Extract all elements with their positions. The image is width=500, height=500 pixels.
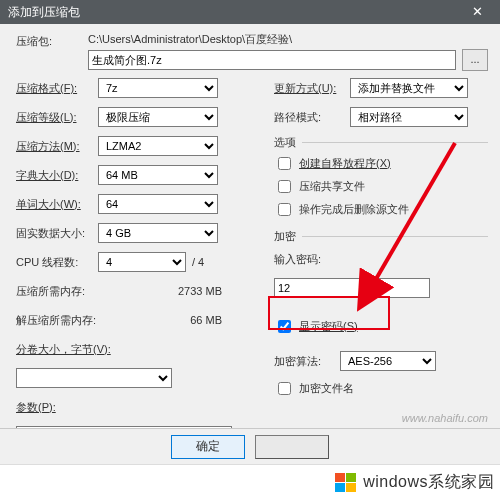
show-password-label: 显示密码(S) [299, 319, 358, 334]
options-header: 选项 [274, 135, 296, 150]
ok-button[interactable]: 确定 [171, 435, 245, 459]
close-icon[interactable]: ✕ [462, 0, 492, 24]
browse-button[interactable]: ... [462, 49, 488, 71]
share-checkbox[interactable] [278, 180, 291, 193]
solid-label: 固实数据大小: [16, 226, 98, 241]
svg-rect-3 [346, 473, 356, 482]
split-select[interactable] [16, 368, 172, 388]
threads-label: CPU 线程数: [16, 255, 98, 270]
pwd-label: 输入密码: [274, 252, 321, 267]
encrypt-names-label: 加密文件名 [299, 381, 354, 396]
word-label: 单词大小(W): [16, 197, 98, 212]
algo-label: 加密算法: [274, 354, 340, 369]
encrypt-header: 加密 [274, 229, 296, 244]
level-select[interactable]: 极限压缩 [98, 107, 218, 127]
dict-label: 字典大小(D): [16, 168, 98, 183]
params-label: 参数(P): [16, 400, 98, 415]
sfx-label: 创建自释放程序(X) [299, 156, 391, 171]
solid-select[interactable]: 4 GB [98, 223, 218, 243]
pathmode-label: 路径模式: [274, 110, 350, 125]
threads-max: / 4 [192, 256, 204, 268]
divider [302, 236, 488, 237]
dict-select[interactable]: 64 MB [98, 165, 218, 185]
window-title: 添加到压缩包 [8, 0, 80, 24]
format-label: 压缩格式(F): [16, 81, 98, 96]
algo-select[interactable]: AES-256 [340, 351, 436, 371]
pathmode-select[interactable]: 相对路径 [350, 107, 468, 127]
level-label: 压缩等级(L): [16, 110, 98, 125]
windows-logo-icon [335, 472, 357, 494]
sfx-checkbox[interactable] [278, 157, 291, 170]
svg-rect-5 [346, 483, 356, 492]
svg-rect-2 [335, 473, 345, 482]
format-select[interactable]: 7z [98, 78, 218, 98]
watermark-text: www.nahaifu.com [402, 412, 488, 424]
delete-checkbox[interactable] [278, 203, 291, 216]
brand-text: windows系统家园 [363, 472, 494, 493]
split-label: 分卷大小，字节(V): [16, 342, 111, 357]
archive-filename-input[interactable] [88, 50, 456, 70]
delete-label: 操作完成后删除源文件 [299, 202, 409, 217]
mem-comp-value: 2733 MB [178, 285, 256, 297]
method-label: 压缩方法(M): [16, 139, 98, 154]
archive-path: C:\Users\Administrator\Desktop\百度经验\ [88, 32, 488, 47]
archive-label: 压缩包: [16, 32, 88, 49]
share-label: 压缩共享文件 [299, 179, 365, 194]
method-select[interactable]: LZMA2 [98, 136, 218, 156]
divider [302, 142, 488, 143]
mem-comp-label: 压缩所需内存: [16, 284, 126, 299]
password-input[interactable] [274, 278, 430, 298]
brand-bar: windows系统家园 [0, 464, 500, 500]
update-select[interactable]: 添加并替换文件 [350, 78, 468, 98]
svg-rect-4 [335, 483, 345, 492]
update-label: 更新方式(U): [274, 81, 350, 96]
show-password-checkbox[interactable] [278, 320, 291, 333]
secondary-button[interactable] [255, 435, 329, 459]
mem-decomp-label: 解压缩所需内存: [16, 313, 126, 328]
mem-decomp-value: 66 MB [190, 314, 256, 326]
word-select[interactable]: 64 [98, 194, 218, 214]
threads-select[interactable]: 4 [98, 252, 186, 272]
encrypt-names-checkbox[interactable] [278, 382, 291, 395]
